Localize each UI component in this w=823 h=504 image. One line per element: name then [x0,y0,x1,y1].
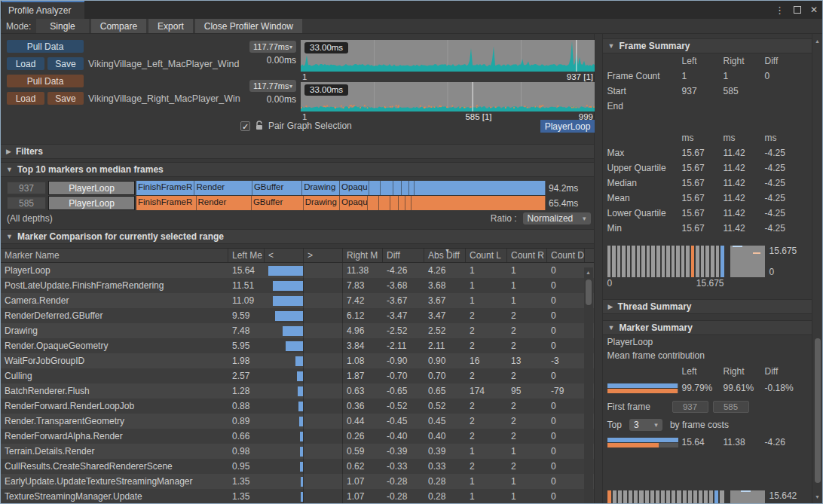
save-left-button[interactable]: Save [47,57,84,70]
marker-segment[interactable] [381,181,393,195]
range-right-dropdown[interactable]: 117.77ms▾ [249,80,296,92]
marker-segment[interactable] [402,181,409,195]
thread-summary-header[interactable]: ▶ Thread Summary [603,299,812,314]
column-header[interactable]: Count D [547,249,585,262]
frame-summary-histogram[interactable] [607,246,724,277]
marker-segment[interactable] [412,196,546,210]
column-header[interactable]: > [304,249,343,262]
first-frame-right-button[interactable]: 585 [713,401,749,413]
top-count-dropdown[interactable]: 3 ▾ [629,419,662,431]
marker-segment[interactable] [369,181,381,195]
table-row[interactable]: CullResults.CreateSharedRendererScene0.9… [1,459,594,474]
table-row[interactable]: Camera.Render11.097.42-3.673.67110 [1,293,594,308]
marker-summary-boxplot[interactable] [730,490,765,504]
histogram-bar [672,490,675,504]
scroll-down-icon[interactable]: ▼ [812,494,822,499]
selected-marker-chip[interactable]: PlayerLoop [540,120,595,133]
table-row[interactable]: Render.OpaqueGeometry5.953.84-2.112.1122… [1,338,594,353]
marker-summary-header[interactable]: ▼ Marker Summary [603,320,812,335]
column-header[interactable]: Count L [466,249,507,262]
close-icon[interactable]: ✕ [810,5,818,15]
frame-graph-left[interactable]: 33.00ms [301,40,595,72]
marker-segment[interactable] [415,181,546,195]
load-right-button[interactable]: Load [7,92,44,105]
mode-dropdown[interactable]: Single [36,19,88,33]
frame-number-box[interactable]: 585 [7,197,46,209]
marker-summary-histogram[interactable] [607,490,724,504]
marker-segment[interactable] [379,196,390,210]
marker-segment[interactable] [393,181,402,195]
marker-segments-bar[interactable]: FinishFrameRRenderGBufferDrawingOpaqu [136,196,546,210]
top10-row[interactable]: 585PlayerLoopFinishFrameRRenderGBufferDr… [7,196,594,210]
marker-segments-bar[interactable]: FinishFrameRRenderGBufferDrawingOpaqu [136,181,546,195]
load-left-button[interactable]: Load [7,57,44,70]
frame-summary-header[interactable]: ▼ Frame Summary [603,38,812,53]
marker-segment[interactable] [405,196,411,210]
table-row[interactable]: PlayerLoop15.6411.38-4.264.26110 [1,263,594,278]
window-title: Profile Analyzer [8,5,71,16]
close-profiler-button[interactable]: Close Profiler Window [195,19,302,33]
marker-segment[interactable]: Render [197,196,252,210]
table-row[interactable]: PostLateUpdate.FinishFrameRendering11.51… [1,278,594,293]
pull-data-right-button[interactable]: Pull Data [7,75,84,87]
table-scrollbar[interactable]: ▲ ▼ [584,267,593,504]
column-header[interactable]: Abs Diff▼ [424,249,466,262]
table-row[interactable]: EarlyUpdate.UpdateTextureStreamingManage… [1,474,594,489]
column-header[interactable]: < [265,249,304,262]
table-row[interactable]: BatchRenderer.Flush1.280.63-0.650.651749… [1,383,594,399]
scroll-up-icon[interactable]: ▲ [584,270,593,275]
menu-icon[interactable]: ⋮ [775,5,785,16]
pull-data-left-button[interactable]: Pull Data [7,40,84,53]
range-left-dropdown[interactable]: 117.77ms▾ [249,41,296,53]
tab-profile-analyzer[interactable]: Profile Analyzer [2,1,84,19]
marker-segment[interactable] [409,181,415,195]
marker-segment[interactable]: Drawing [302,181,340,195]
comparison-section-header[interactable]: ▼ Marker Comparison for currently select… [1,229,594,244]
playerloop-button[interactable]: PlayerLoop [48,196,135,210]
column-header[interactable]: Right M [343,249,383,262]
marker-segment[interactable]: Render [194,181,252,195]
top10-row[interactable]: 937PlayerLoopFinishFrameRRenderGBufferDr… [7,181,594,195]
marker-segment[interactable]: GBuffer [252,196,304,210]
table-row[interactable]: Drawing7.484.96-2.522.52220 [1,323,594,338]
table-scrollbar-thumb[interactable] [586,279,592,305]
marker-segment[interactable]: FinishFrameR [136,181,194,195]
column-header[interactable]: Count R [507,249,547,262]
table-row[interactable]: Culling2.571.87-0.700.70220 [1,368,594,383]
filters-section-header[interactable]: ▶ Filters [1,144,594,159]
top10-section-header[interactable]: ▼ Top 10 markers on median frames [1,162,594,177]
scroll-up-icon[interactable]: ▲ [812,38,822,44]
column-header[interactable]: Marker Name [1,249,228,262]
column-header[interactable]: Left Me [228,249,265,262]
table-row[interactable]: Terrain.Details.Render0.980.59-0.390.391… [1,444,594,459]
table-row[interactable]: RenderForward.RenderLoopJob0.880.36-0.52… [1,399,594,414]
marker-segment[interactable] [368,196,379,210]
marker-segment[interactable]: Drawing [304,196,340,210]
marker-segment[interactable]: GBuffer [252,181,302,195]
summary-scrollbar-thumb[interactable] [815,338,821,483]
frame-summary-boxplot[interactable] [730,246,765,277]
frame-graph-right[interactable]: 33.00ms [301,82,595,111]
ratio-dropdown[interactable]: Normalized ▾ [523,212,591,225]
marker-segment[interactable]: Opaqu [340,181,369,195]
pair-graph-checkbox[interactable]: ✓ [240,121,250,131]
column-header[interactable]: Diff [383,249,424,262]
maximize-icon[interactable] [794,6,801,14]
table-row[interactable]: Render.TransparentGeometry0.890.44-0.450… [1,414,594,429]
table-row[interactable]: TextureStreamingManager.Update1.351.07-0… [1,489,594,504]
playerloop-button[interactable]: PlayerLoop [48,181,135,195]
save-right-button[interactable]: Save [47,92,84,105]
export-button[interactable]: Export [148,19,193,33]
summary-scrollbar[interactable]: ▲ ▼ [812,34,822,504]
marker-segment[interactable]: Opaqu [340,196,368,210]
table-row[interactable]: WaitForJobGroupID1.981.08-0.900.901613-3 [1,353,594,368]
first-frame-left-button[interactable]: 937 [672,401,708,413]
marker-segment[interactable] [390,196,399,210]
marker-segment[interactable]: FinishFrameR [136,196,197,210]
table-row[interactable]: RenderDeferred.GBuffer9.596.12-3.473.472… [1,308,594,323]
histogram-bar [607,490,611,504]
marker-segment[interactable] [399,196,405,210]
table-row[interactable]: RenderForwardAlpha.Render0.660.26-0.400.… [1,429,594,444]
frame-number-box[interactable]: 937 [7,182,46,194]
compare-button[interactable]: Compare [91,19,146,33]
